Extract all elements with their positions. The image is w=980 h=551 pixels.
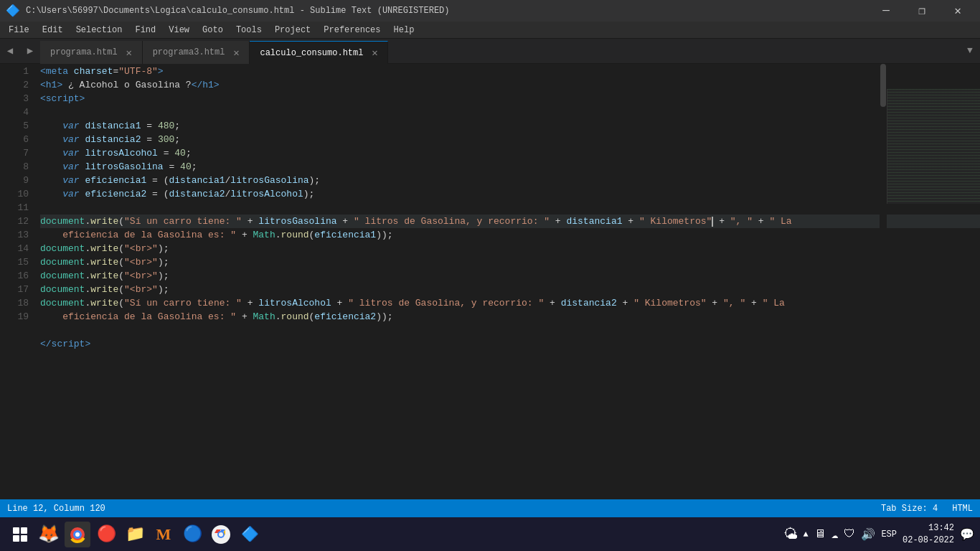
tab-close-programa3[interactable]: ✕ bbox=[230, 47, 242, 58]
taskbar-icon-sublime[interactable]: 🔷 bbox=[237, 522, 263, 547]
clock-display: 13:42 02-08-2022 bbox=[903, 522, 954, 547]
code-line-2: <h1> ¿ Alcohol o Gasolina ?</h1> bbox=[40, 78, 980, 92]
menubar: File Edit Selection Find View Goto Tools… bbox=[0, 22, 980, 39]
titlebar: 🔷 C:\Users\56997\Documents\Logica\calcul… bbox=[0, 0, 980, 22]
line-numbers: 12345 678910 1112131415 16171819 bbox=[0, 64, 34, 499]
code-line-13: document.write("<br>"); bbox=[40, 242, 980, 255]
taskbar-notification-icon[interactable]: 💬 bbox=[960, 527, 974, 542]
code-line-14: document.write("<br>"); bbox=[40, 255, 980, 269]
code-line-15: document.write("<br>"); bbox=[40, 269, 980, 283]
menu-view[interactable]: View bbox=[163, 24, 195, 37]
taskbar-icon-red-circle[interactable]: 🔴 bbox=[93, 522, 119, 547]
statusbar-right: Tab Size: 4 HTML bbox=[881, 504, 973, 514]
svg-point-3 bbox=[75, 532, 80, 537]
tab-label-programa3: programa3.html bbox=[153, 47, 225, 57]
taskbar-icon-browser[interactable]: 🦊 bbox=[36, 522, 62, 547]
tabbar: ◀ ▶ programa.html ✕ programa3.html ✕ cal… bbox=[0, 39, 980, 64]
taskbar-security-icon: 🛡 bbox=[844, 527, 855, 541]
tab-close-programa[interactable]: ✕ bbox=[123, 47, 135, 58]
tab-label-programa: programa.html bbox=[50, 47, 118, 57]
clock-time: 13:42 bbox=[903, 522, 954, 534]
menu-tools[interactable]: Tools bbox=[230, 24, 268, 37]
menu-find[interactable]: Find bbox=[129, 24, 161, 37]
editor: 12345 678910 1112131415 16171819 <meta c… bbox=[0, 64, 980, 499]
title-text: C:\Users\56997\Documents\Logica\calculo_… bbox=[26, 6, 450, 16]
status-tab-size[interactable]: Tab Size: 4 bbox=[881, 504, 938, 514]
code-line-4 bbox=[40, 105, 980, 119]
close-button[interactable]: ✕ bbox=[941, 0, 974, 22]
tab-nav-right[interactable]: ▶ bbox=[20, 38, 40, 63]
menu-help[interactable]: Help bbox=[388, 24, 420, 37]
menu-goto[interactable]: Goto bbox=[197, 24, 229, 37]
app-icon: 🔷 bbox=[6, 4, 20, 18]
taskbar-up-arrow-icon[interactable]: ▲ bbox=[804, 529, 809, 540]
window-controls: — ❐ ✕ bbox=[870, 0, 974, 22]
taskbar-cloud-icon: ☁ bbox=[831, 527, 839, 542]
code-line-6: var distancia2 = 300; bbox=[40, 133, 980, 146]
menu-file[interactable]: File bbox=[3, 24, 35, 37]
taskbar-right: 🌤 ▲ 🖥 ☁ 🛡 🔊 ESP 13:42 02-08-2022 💬 bbox=[783, 522, 974, 547]
code-line-1: <meta charset="UTF-8"> bbox=[40, 65, 980, 78]
taskbar-icon-chrome[interactable] bbox=[208, 522, 234, 547]
code-line-9: var eficiencia1 = (distancia1/litrosGaso… bbox=[40, 174, 980, 187]
tab-programa[interactable]: programa.html ✕ bbox=[40, 41, 143, 64]
maximize-button[interactable]: ❐ bbox=[905, 0, 938, 22]
taskbar-volume-icon[interactable]: 🔊 bbox=[861, 527, 875, 542]
code-line-12: document.write("Sí un carro tiene: " + l… bbox=[40, 215, 980, 228]
svg-point-6 bbox=[219, 532, 223, 537]
code-line-16: document.write("<br>"); bbox=[40, 283, 980, 296]
code-line-3: <script> bbox=[40, 92, 980, 105]
minimap-content bbox=[887, 89, 980, 204]
taskbar: 🦊 🔴 📁 M 🔵 🔷 🌤 ▲ 🖥 ☁ 🛡 🔊 ESP 13:42 02-08-… bbox=[0, 517, 980, 551]
taskbar-weather-icon: 🌤 bbox=[783, 526, 798, 543]
code-line-17b: eficiencia de la Gasolina es: " + Math.r… bbox=[40, 310, 980, 324]
status-position: Line 12, Column 120 bbox=[7, 504, 105, 514]
code-line-12b: eficiencia de la Gasolina es: " + Math.r… bbox=[40, 228, 980, 242]
menu-edit[interactable]: Edit bbox=[37, 24, 69, 37]
code-line-10: var eficiencia2 = (distancia2/litrosAlco… bbox=[40, 187, 980, 201]
code-line-18 bbox=[40, 324, 980, 337]
tab-calculo[interactable]: calculo_consumo.html ✕ bbox=[250, 41, 388, 64]
tab-nav-left[interactable]: ◀ bbox=[0, 38, 20, 63]
taskbar-icon-matlab[interactable]: M bbox=[151, 522, 176, 547]
code-area[interactable]: <meta charset="UTF-8"> <h1> ¿ Alcohol o … bbox=[34, 64, 980, 499]
menu-selection[interactable]: Selection bbox=[70, 24, 128, 37]
code-line-7: var litrosAlcohol = 40; bbox=[40, 146, 980, 160]
taskbar-network-icon: 🖥 bbox=[814, 527, 826, 541]
code-line-8: var litrosGasolina = 40; bbox=[40, 160, 980, 174]
taskbar-icon-opera[interactable]: 🔵 bbox=[179, 522, 205, 547]
code-line-19: </script> bbox=[40, 337, 980, 351]
start-button[interactable] bbox=[6, 520, 34, 549]
minimize-button[interactable]: — bbox=[870, 0, 903, 22]
minimap[interactable] bbox=[887, 89, 980, 204]
menu-preferences[interactable]: Preferences bbox=[318, 24, 386, 37]
tab-label-calculo: calculo_consumo.html bbox=[260, 48, 363, 58]
clock-date: 02-08-2022 bbox=[903, 534, 954, 547]
windows-logo-icon bbox=[13, 527, 27, 542]
scrollbar-thumb[interactable] bbox=[880, 64, 886, 107]
code-line-5: var distancia1 = 480; bbox=[40, 119, 980, 133]
menu-project[interactable]: Project bbox=[269, 24, 316, 37]
code-line-11 bbox=[40, 201, 980, 215]
scrollbar-track[interactable] bbox=[880, 64, 887, 499]
taskbar-icon-folder[interactable]: 📁 bbox=[122, 522, 148, 547]
statusbar: Line 12, Column 120 Tab Size: 4 HTML bbox=[0, 499, 980, 517]
code-line-17: document.write("Sí un carro tiene: " + l… bbox=[40, 296, 980, 310]
status-language[interactable]: HTML bbox=[952, 504, 973, 514]
tab-close-calculo[interactable]: ✕ bbox=[369, 47, 380, 59]
taskbar-icon-chrome-app[interactable] bbox=[65, 522, 90, 547]
taskbar-language[interactable]: ESP bbox=[881, 529, 897, 540]
tab-programa3[interactable]: programa3.html ✕ bbox=[143, 41, 250, 64]
tab-list-button[interactable]: ▼ bbox=[960, 38, 980, 63]
